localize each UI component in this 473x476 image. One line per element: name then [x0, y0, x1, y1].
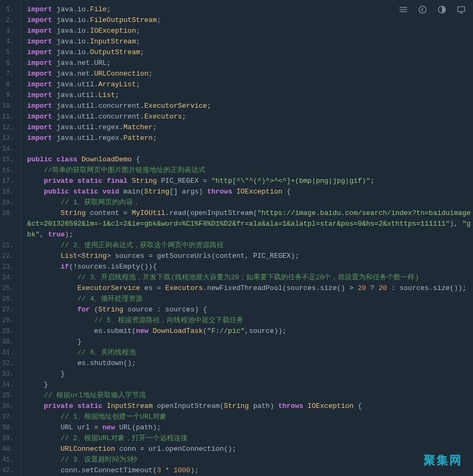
line-number: 5. — [2, 47, 16, 58]
code-line: // 2、根据URL对象，打开一个远程连接 — [27, 433, 473, 444]
line-number: 6. — [2, 58, 16, 69]
line-number — [2, 229, 16, 240]
line-number: 18. — [2, 187, 16, 197]
line-number: 17. — [2, 176, 16, 187]
svg-point-3 — [419, 6, 426, 13]
code-line: import java.io.OutputStream; — [27, 47, 473, 58]
code-line: } — [27, 369, 473, 380]
code-line: List<String> sources = getSourceUrls(con… — [27, 251, 473, 262]
line-number: 15. — [2, 154, 16, 165]
code-line: es.submit(new DownLoadTask("F://pic",sou… — [27, 326, 473, 337]
code-line: } — [27, 337, 473, 347]
code-line: import java.util.regex.Matcher; — [27, 122, 473, 133]
code-line: } — [27, 380, 473, 390]
code-line: URL url = new URL(path); — [27, 422, 473, 433]
line-number: 34. — [2, 380, 16, 390]
line-number: 32. — [2, 358, 16, 369]
contrast-icon[interactable] — [438, 5, 446, 14]
line-number: 31. — [2, 347, 16, 358]
svg-rect-2 — [400, 11, 407, 12]
line-number: 35. — [2, 390, 16, 401]
code-line: if(!sources.isEmpty()){ — [27, 262, 473, 272]
svg-rect-0 — [400, 7, 407, 8]
line-number: 24. — [2, 272, 16, 283]
code-line: // 5、根据资源路径，向线程池中提交下载任务 — [27, 315, 473, 326]
line-number: 16. — [2, 165, 16, 176]
line-number: 19. — [2, 197, 16, 208]
line-number: 9. — [2, 90, 16, 101]
line-number: 22. — [2, 251, 16, 262]
line-number: 11. — [2, 111, 16, 122]
code-line: import java.io.FileOutputStream; — [27, 15, 473, 26]
line-number: 13. — [2, 133, 16, 144]
line-number: 36. — [2, 401, 16, 412]
code-line: &ct=201326592&lm=-1&cl=2&ie=gbk&word=%C1… — [27, 219, 473, 229]
code-line: public class DownloadDemo { — [27, 154, 473, 165]
code-line: // 3、开启线程池，并发下载(线程池最大容量为20；如果要下载的任务不足20个… — [27, 272, 473, 283]
line-number: 41. — [2, 455, 16, 465]
code-line: for (String source : sources) { — [27, 304, 473, 315]
line-number: 25. — [2, 283, 16, 294]
line-number: 21. — [2, 240, 16, 251]
monitor-icon[interactable] — [457, 5, 465, 14]
line-number: 2. — [2, 15, 16, 26]
line-number: 20. — [2, 208, 16, 219]
code-line: String content = MyIOUtil.read(openInput… — [27, 208, 473, 219]
code-line: import java.net.URL; — [27, 58, 473, 69]
code-line: public static void main(String[] args) t… — [27, 187, 473, 197]
line-number: 29. — [2, 326, 16, 337]
line-number: 26. — [2, 294, 16, 304]
line-number: 7. — [2, 69, 16, 79]
code-line: URLConnection conn = url.openConnection(… — [27, 444, 473, 455]
code-line: private static final String PIC_REGEX = … — [27, 176, 473, 187]
line-number: 28. — [2, 315, 16, 326]
code-line: import java.util.List; — [27, 90, 473, 101]
code-line: import java.util.concurrent.Executors; — [27, 111, 473, 122]
editor-toolbar — [399, 5, 465, 14]
line-number: 12. — [2, 122, 16, 133]
code-line: // 4、循环处理资源 — [27, 294, 473, 304]
line-number: 3. — [2, 26, 16, 36]
line-number: 37. — [2, 412, 16, 422]
code-line: // 6、关闭线程池 — [27, 347, 473, 358]
code-editor: 1.2.3.4.5.6.7.8.9.10.11.12.13.14.15.16.1… — [0, 0, 473, 476]
line-number: 27. — [2, 304, 16, 315]
code-area[interactable]: import java.io.File;import java.io.FileO… — [21, 0, 473, 476]
line-number — [2, 219, 16, 229]
code-line: bk", true); — [27, 229, 473, 240]
line-number: 42. — [2, 465, 16, 476]
line-number: 39. — [2, 433, 16, 444]
code-line: conn.setConnectTimeout(3 * 1000); — [27, 465, 473, 476]
line-number: 33. — [2, 369, 16, 380]
code-line — [27, 144, 473, 154]
code-line: // 3、设置超时间为3秒 — [27, 455, 473, 465]
line-number: 8. — [2, 79, 16, 90]
line-number-gutter: 1.2.3.4.5.6.7.8.9.10.11.12.13.14.15.16.1… — [0, 0, 21, 476]
line-number: 1. — [2, 4, 16, 15]
line-number: 4. — [2, 36, 16, 47]
line-number: 23. — [2, 262, 16, 272]
code-line: //简单的获取网页中图片图片链接地址的正则表达式 — [27, 165, 473, 176]
code-line: import java.io.IOException; — [27, 26, 473, 36]
list-icon[interactable] — [399, 5, 408, 14]
code-line: import java.util.regex.Pattern; — [27, 133, 473, 144]
line-number: 10. — [2, 101, 16, 111]
svg-rect-1 — [400, 9, 407, 10]
line-number: 40. — [2, 444, 16, 455]
code-line: import java.util.ArrayList; — [27, 79, 473, 90]
line-number: 30. — [2, 337, 16, 347]
line-number: 14. — [2, 144, 16, 154]
code-line: import java.net.URLConnection; — [27, 69, 473, 79]
line-number: 38. — [2, 422, 16, 433]
svg-rect-5 — [458, 7, 465, 12]
watermark: 聚集网 — [424, 452, 462, 468]
code-line: import java.io.InputStream; — [27, 36, 473, 47]
code-line: es.shutdown(); — [27, 358, 473, 369]
code-line: // 1、获取网页的内容， — [27, 197, 473, 208]
code-line: private static InputStream openInputStre… — [27, 401, 473, 412]
arrow-left-circle-icon[interactable] — [418, 5, 427, 14]
code-line: import java.util.concurrent.ExecutorServ… — [27, 101, 473, 111]
code-line: // 根据url地址获取输入字节流 — [27, 390, 473, 401]
code-line: // 2、使用正则表达式，获取这个网页中的资源路径 — [27, 240, 473, 251]
code-line: // 1、根据地址创建一个URL对象 — [27, 412, 473, 422]
